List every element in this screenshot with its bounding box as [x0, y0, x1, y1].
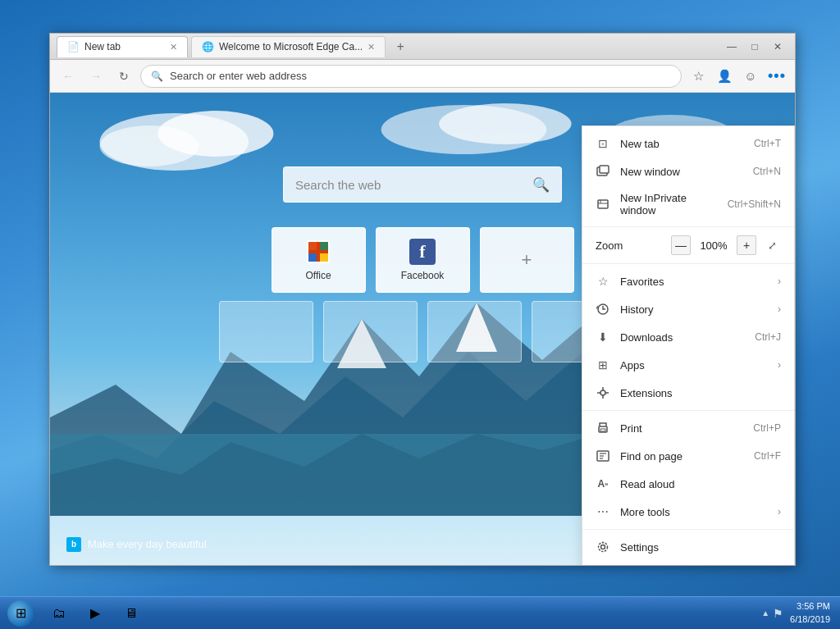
search-placeholder: Search the web [295, 178, 524, 192]
browser-window: 📄 New tab ✕ 🌐 Welcome to Microsoft Edge … [49, 33, 796, 566]
zoom-in-button[interactable]: + [737, 235, 756, 255]
new-tab-menu-icon: ⊡ [596, 136, 610, 151]
menu-item-settings[interactable]: Settings [582, 533, 794, 561]
menu-item-apps[interactable]: ⊞ Apps › [582, 351, 794, 379]
menu-item-find[interactable]: Find on page Ctrl+F [582, 442, 794, 470]
menu-shortcut-new-window: Ctrl+N [753, 166, 781, 177]
tab-new-tab[interactable]: 📄 New tab ✕ [57, 36, 188, 57]
forward-button[interactable]: → [84, 65, 107, 88]
shortcut-add[interactable]: + [480, 227, 574, 293]
menu-label-history: History [620, 303, 768, 316]
facebook-logo-icon: f [409, 239, 436, 265]
menu-item-inprivate[interactable]: New InPrivate window Ctrl+Shift+N [582, 185, 794, 223]
menu-item-downloads[interactable]: ⬇ Downloads Ctrl+J [582, 323, 794, 351]
menu-item-print[interactable]: Print Ctrl+P [582, 414, 794, 442]
tab-edge-welcome[interactable]: 🌐 Welcome to Microsoft Edge Ca... ✕ [191, 36, 386, 57]
svg-rect-20 [320, 253, 328, 262]
tab-close-1[interactable]: ✕ [170, 42, 177, 52]
extensions-menu-icon [596, 385, 610, 400]
shortcut-facebook[interactable]: f Facebook [376, 227, 470, 293]
svg-rect-33 [600, 429, 605, 431]
menu-button[interactable]: ••• [765, 65, 788, 88]
window-controls: — □ ✕ [721, 39, 788, 55]
search-container: Search the web 🔍 [283, 166, 562, 203]
menu-label-read-aloud: Read aloud [620, 478, 781, 490]
menu-divider-1 [582, 226, 794, 227]
toolbar-icons: ☆ 👤 ☺ ••• [687, 65, 788, 88]
taskbar-app[interactable]: 🖥 [115, 598, 148, 629]
start-button[interactable]: ⊞ [0, 597, 41, 630]
tab-icon-1: 📄 [67, 41, 80, 52]
taskbar-file-explorer[interactable]: 🗂 [43, 598, 75, 629]
new-tab-button[interactable]: + [389, 36, 412, 57]
menu-item-new-tab[interactable]: ⊡ New tab Ctrl+T [582, 130, 794, 157]
tab-icon-2: 🌐 [202, 41, 214, 52]
tab-label-1: New tab [84, 41, 121, 52]
shortcut-office[interactable]: Office [272, 227, 366, 293]
menu-shortcut-inprivate: Ctrl+Shift+N [728, 198, 781, 210]
browser-content: Search the web 🔍 [50, 93, 795, 565]
menu-item-history[interactable]: History › [582, 295, 794, 323]
zoom-out-button[interactable]: — [671, 235, 691, 255]
menu-item-read-aloud[interactable]: A» Read aloud [582, 470, 794, 498]
taskbar-media-player[interactable]: ▶ [79, 598, 112, 629]
empty-tile-2 [323, 301, 418, 362]
menu-item-new-window[interactable]: New window Ctrl+N [582, 157, 794, 185]
menu-label-apps: Apps [620, 359, 768, 371]
svg-rect-23 [598, 200, 608, 208]
zoom-expand-button[interactable]: ⤢ [763, 236, 781, 254]
tray-time-value: 3:56 PM [790, 600, 830, 613]
start-orb-icon: ⊞ [7, 600, 34, 627]
office-logo-icon [305, 239, 331, 265]
inprivate-menu-icon [596, 197, 610, 212]
menu-shortcut-new-tab: Ctrl+T [754, 138, 781, 149]
close-button[interactable]: ✕ [767, 39, 788, 55]
svg-point-27 [600, 390, 605, 395]
svg-point-38 [601, 545, 605, 549]
shortcut-facebook-label: Facebook [401, 270, 445, 281]
refresh-button[interactable]: ↻ [112, 65, 135, 88]
read-aloud-menu-icon: A» [596, 476, 610, 491]
shortcuts-row-2 [219, 301, 626, 362]
bing-tagline: Make every day beautiful [88, 538, 207, 550]
menu-label-print: Print [620, 422, 743, 435]
favorites-icon[interactable]: ☆ [687, 65, 710, 88]
menu-label-new-window: New window [620, 166, 743, 178]
menu-item-extensions[interactable]: Extensions [582, 379, 794, 407]
bing-logo-icon: b [66, 537, 81, 552]
address-input[interactable]: 🔍 Search or enter web address [140, 65, 682, 88]
minimize-button[interactable]: — [721, 39, 742, 55]
tray-expand-icon[interactable]: ▲ [761, 608, 769, 618]
menu-item-more-tools[interactable]: ⋯ More tools › [582, 498, 794, 526]
address-bar: ← → ↻ 🔍 Search or enter web address ☆ 👤 … [50, 60, 795, 93]
svg-rect-17 [308, 242, 317, 250]
search-submit-icon[interactable]: 🔍 [532, 176, 550, 194]
menu-divider-4 [582, 529, 794, 530]
title-bar: 📄 New tab ✕ 🌐 Welcome to Microsoft Edge … [50, 34, 795, 60]
new-window-menu-icon [596, 164, 610, 179]
menu-arrow-favorites: › [778, 276, 781, 287]
tray-clock[interactable]: 3:56 PM 6/18/2019 [787, 600, 833, 626]
zoom-label: Zoom [596, 239, 664, 252]
empty-tile-3 [427, 301, 522, 362]
menu-item-favorites[interactable]: ☆ Favorites › [582, 267, 794, 295]
settings-menu-icon [596, 540, 610, 554]
dropdown-menu: ⊡ New tab Ctrl+T New window Ctrl+N [582, 125, 795, 565]
profile-icon[interactable]: 👤 [713, 65, 736, 88]
svg-point-10 [100, 125, 199, 166]
menu-label-find: Find on page [620, 450, 744, 463]
maximize-button[interactable]: □ [744, 39, 765, 55]
tray-date-value: 6/18/2019 [790, 613, 830, 626]
svg-rect-18 [320, 242, 328, 250]
zoom-value: 100% [697, 239, 730, 252]
menu-arrow-more-tools: › [778, 506, 781, 517]
menu-divider-3 [582, 410, 794, 411]
print-menu-icon [596, 421, 610, 435]
emoji-icon[interactable]: ☺ [739, 65, 762, 88]
tab-close-2[interactable]: ✕ [368, 42, 375, 52]
menu-item-help[interactable]: ? Help and feedback › [582, 561, 794, 565]
apps-menu-icon: ⊞ [596, 358, 610, 372]
tray-flag-icon[interactable]: ⚑ [773, 607, 783, 620]
search-box[interactable]: Search the web 🔍 [283, 166, 562, 203]
back-button[interactable]: ← [57, 65, 80, 88]
